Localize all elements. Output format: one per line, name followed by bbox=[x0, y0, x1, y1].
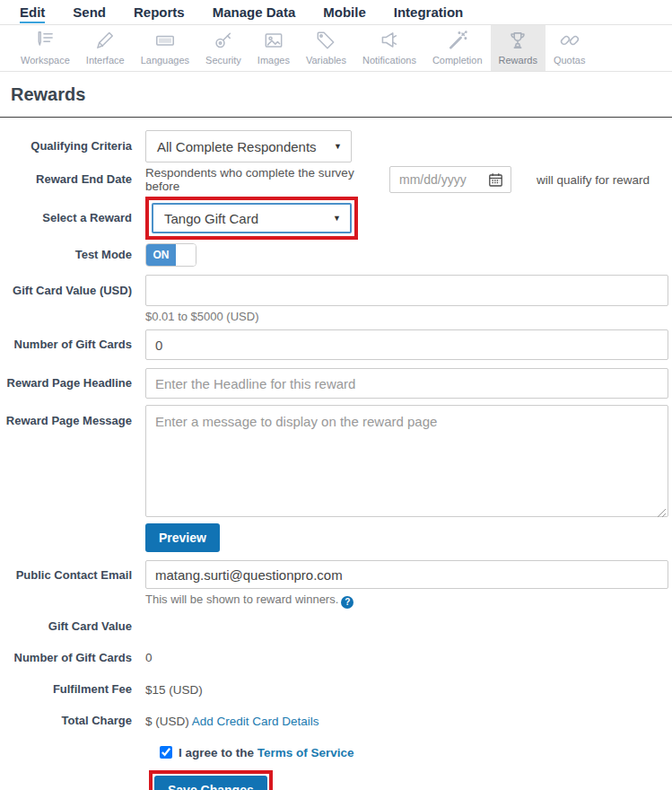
select-reward-value: Tango Gift Card bbox=[164, 211, 258, 226]
reward-end-date-input[interactable]: mm/dd/yyyy bbox=[389, 166, 511, 193]
reward-page-headline-label: Reward Page Headline bbox=[0, 376, 145, 391]
toolbar-item-interface[interactable]: Interface bbox=[78, 25, 133, 71]
toolbar-item-label: Quotas bbox=[554, 55, 585, 66]
qualifying-criteria-label: Qualifying Criteria bbox=[0, 139, 145, 154]
interface-icon bbox=[93, 29, 117, 52]
reward-page-message-textarea[interactable] bbox=[145, 405, 668, 517]
qualifying-criteria-select[interactable]: All Complete Respondents ▼ bbox=[145, 130, 352, 162]
add-credit-card-link[interactable]: Add Credit Card Details bbox=[192, 715, 319, 728]
nav-item-reports[interactable]: Reports bbox=[134, 2, 185, 23]
reward-end-date-label: Reward End Date bbox=[0, 172, 145, 187]
terms-checkbox[interactable] bbox=[160, 746, 172, 759]
reward-end-date-prefix: Respondents who complete the survey befo… bbox=[145, 166, 389, 193]
variables-tag-icon bbox=[314, 29, 337, 52]
nav-item-edit[interactable]: Edit bbox=[20, 2, 45, 23]
toggle-knob bbox=[176, 244, 196, 266]
fulfilment-fee-value: $15 (USD) bbox=[145, 683, 668, 697]
page-title: Rewards bbox=[11, 84, 672, 105]
annotation-box-save-changes: Save Changes bbox=[149, 770, 273, 790]
help-icon[interactable]: ? bbox=[341, 596, 353, 609]
number-of-gift-cards-input[interactable] bbox=[145, 329, 668, 360]
gift-card-value-hint: $0.01 to $5000 (USD) bbox=[145, 310, 668, 323]
toolbar-item-languages[interactable]: Languages bbox=[133, 25, 197, 71]
gift-card-value-input[interactable] bbox=[145, 275, 668, 306]
total-charge-value: $ (USD) Add Credit Card Details bbox=[145, 715, 668, 728]
top-navigation: Edit Send Reports Manage Data Mobile Int… bbox=[0, 0, 672, 25]
summary-number-of-gift-cards: 0 bbox=[145, 651, 668, 664]
select-reward-label: Select a Reward bbox=[0, 211, 145, 225]
public-contact-email-input[interactable] bbox=[145, 560, 668, 589]
workspace-icon bbox=[33, 29, 57, 52]
toolbar-item-label: Images bbox=[257, 55, 290, 66]
reward-end-date-suffix: will qualify for reward bbox=[537, 173, 650, 187]
toolbar-item-variables[interactable]: Variables bbox=[298, 25, 354, 71]
date-placeholder: mm/dd/yyyy bbox=[399, 172, 467, 187]
toolbar-item-quotas[interactable]: Quotas bbox=[545, 25, 593, 71]
test-mode-label: Test Mode bbox=[0, 248, 145, 262]
toolbar-item-notifications[interactable]: Notifications bbox=[354, 25, 424, 71]
rewards-form: Qualifying Criteria All Complete Respond… bbox=[0, 130, 672, 790]
gift-card-value-label: Gift Card Value (USD) bbox=[0, 275, 145, 298]
agreement-text: I agree to the Terms of Service bbox=[179, 746, 354, 759]
toolbar-item-rewards[interactable]: Rewards bbox=[491, 25, 545, 71]
notifications-megaphone-icon bbox=[378, 29, 401, 52]
calendar-icon[interactable] bbox=[488, 172, 503, 188]
nav-item-mobile[interactable]: Mobile bbox=[323, 2, 366, 23]
toolbar-item-label: Workspace bbox=[21, 55, 70, 66]
toolbar-item-label: Security bbox=[205, 55, 241, 66]
terms-of-service-link[interactable]: Terms of Service bbox=[257, 746, 354, 759]
preview-button[interactable]: Preview bbox=[145, 523, 220, 552]
agreement-row: I agree to the Terms of Service bbox=[0, 746, 672, 759]
chevron-down-icon: ▼ bbox=[334, 142, 342, 151]
toolbar-item-label: Languages bbox=[141, 55, 189, 66]
reward-page-message-label: Reward Page Message bbox=[0, 405, 145, 428]
heading-divider bbox=[0, 117, 672, 118]
toggle-on-label: ON bbox=[146, 244, 176, 266]
toolbar-item-label: Notifications bbox=[362, 55, 416, 66]
public-contact-email-hint: This will be shown to reward winners.? bbox=[145, 592, 668, 609]
toolbar-item-label: Completion bbox=[432, 55, 483, 66]
summary-gift-card-value-label: Gift Card Value bbox=[0, 619, 145, 634]
test-mode-toggle[interactable]: ON bbox=[145, 243, 196, 267]
toolbar-item-completion[interactable]: Completion bbox=[424, 25, 491, 71]
summary-number-of-gift-cards-label: Number of Gift Cards bbox=[0, 651, 145, 665]
security-key-icon bbox=[212, 29, 235, 52]
qualifying-criteria-value: All Complete Respondents bbox=[157, 139, 317, 154]
toolbar-item-label: Rewards bbox=[499, 55, 537, 66]
fulfilment-fee-label: Fulfilment Fee bbox=[0, 682, 145, 697]
toolbar-item-images[interactable]: Images bbox=[249, 25, 298, 71]
chevron-down-icon: ▼ bbox=[333, 214, 341, 223]
nav-item-send[interactable]: Send bbox=[73, 2, 106, 23]
public-contact-email-label: Public Contact Email bbox=[0, 560, 145, 583]
toolbar-item-security[interactable]: Security bbox=[197, 25, 249, 71]
quotas-chain-icon bbox=[558, 29, 581, 52]
annotation-box-select-reward: Tango Gift Card ▼ bbox=[145, 197, 358, 240]
save-changes-button[interactable]: Save Changes bbox=[154, 776, 267, 790]
toolbar-item-workspace[interactable]: Workspace bbox=[13, 25, 78, 71]
settings-toolbar: Workspace Interface Languages Security I… bbox=[0, 25, 672, 72]
toolbar-item-label: Variables bbox=[306, 55, 346, 66]
total-charge-label: Total Charge bbox=[0, 714, 145, 728]
toolbar-item-label: Interface bbox=[86, 55, 125, 66]
languages-keyboard-icon bbox=[153, 29, 177, 52]
rewards-trophy-icon bbox=[506, 29, 529, 52]
images-icon bbox=[262, 29, 285, 52]
number-of-gift-cards-label: Number of Gift Cards bbox=[0, 338, 145, 352]
nav-item-manage-data[interactable]: Manage Data bbox=[213, 2, 296, 23]
select-reward-select[interactable]: Tango Gift Card ▼ bbox=[152, 203, 352, 233]
nav-item-integration[interactable]: Integration bbox=[394, 2, 464, 23]
reward-page-headline-input[interactable] bbox=[145, 368, 668, 399]
completion-wand-icon bbox=[446, 29, 469, 52]
